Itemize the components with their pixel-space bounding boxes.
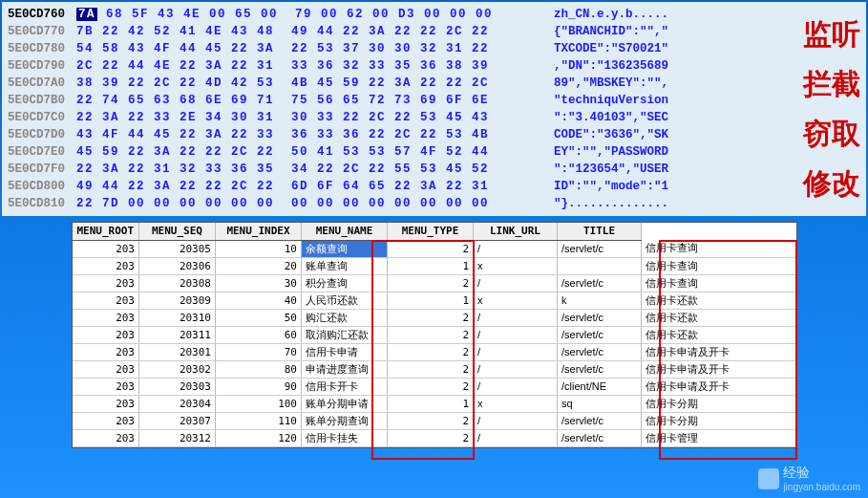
table-cell[interactable]: 203 xyxy=(73,257,139,274)
table-cell[interactable]: 账单分期查询 xyxy=(302,412,388,429)
table-cell[interactable]: 取消购汇还款 xyxy=(302,326,388,343)
table-cell[interactable]: 购汇还款 xyxy=(302,309,388,326)
table-cell[interactable]: 60 xyxy=(216,326,302,343)
table-cell[interactable]: 120 xyxy=(216,429,302,446)
column-header[interactable]: MENU_INDEX xyxy=(216,223,302,240)
table-cell[interactable]: 信用卡挂失 xyxy=(302,429,388,446)
table-row[interactable]: 2032030170信用卡申请2//servlet/c信用卡申请及开卡 xyxy=(73,343,796,360)
table-cell[interactable]: 20308 xyxy=(139,274,216,292)
table-cell[interactable]: 203 xyxy=(73,360,139,378)
table-cell[interactable]: 203 xyxy=(73,326,139,343)
table-cell[interactable]: 70 xyxy=(216,343,302,360)
table-cell[interactable]: 申请进度查询 xyxy=(302,360,388,378)
table-cell[interactable]: 20310 xyxy=(139,309,216,326)
table-cell[interactable]: / xyxy=(474,240,558,257)
table-cell[interactable]: 信用卡还款 xyxy=(642,309,796,326)
table-cell[interactable]: x xyxy=(474,257,558,274)
table-cell[interactable]: /servlet/c xyxy=(558,326,642,343)
table-cell[interactable]: 20 xyxy=(216,257,302,274)
table-cell[interactable]: 2 xyxy=(388,309,474,326)
table-cell[interactable]: /servlet/c xyxy=(558,360,642,378)
table-cell[interactable]: 1 xyxy=(388,395,474,412)
table-cell[interactable]: /servlet/c xyxy=(558,343,642,360)
table-cell[interactable]: 20301 xyxy=(139,343,216,360)
table-cell[interactable]: 203 xyxy=(73,429,139,446)
table-row[interactable]: 2032031050购汇还款2//servlet/c信用卡还款 xyxy=(73,309,796,326)
column-header[interactable]: MENU_ROOT xyxy=(73,223,139,240)
table-row[interactable]: 20320304100账单分期申请1xsq信用卡分期 xyxy=(73,395,796,412)
table-cell[interactable]: /servlet/c xyxy=(558,412,642,429)
table-cell[interactable]: 积分查询 xyxy=(302,274,388,292)
table-cell[interactable]: 账单查询 xyxy=(302,257,388,274)
table-cell[interactable]: 20306 xyxy=(139,257,216,274)
table-cell[interactable]: 人民币还款 xyxy=(302,292,388,309)
table-cell[interactable]: 账单分期申请 xyxy=(302,395,388,412)
table-cell[interactable]: 50 xyxy=(216,309,302,326)
table-cell[interactable]: 2 xyxy=(388,274,474,292)
table-cell[interactable]: 余额查询 xyxy=(302,240,388,257)
table-row[interactable]: 20320307110账单分期查询2//servlet/c信用卡分期 xyxy=(73,412,796,429)
table-cell[interactable]: 80 xyxy=(216,360,302,378)
table-cell[interactable]: k xyxy=(558,292,642,309)
table-cell[interactable]: 203 xyxy=(73,343,139,360)
table-row[interactable]: 2032030830积分查询2//servlet/c信用卡查询 xyxy=(73,274,796,292)
table-cell[interactable]: 1 xyxy=(388,292,474,309)
table-row[interactable]: 2032030280申请进度查询2//servlet/c信用卡申请及开卡 xyxy=(73,360,796,378)
table-cell[interactable]: 信用卡分期 xyxy=(642,412,796,429)
table-cell[interactable]: 信用卡还款 xyxy=(642,326,796,343)
table-cell[interactable]: / xyxy=(474,378,558,395)
table-cell[interactable]: 信用卡查询 xyxy=(642,274,796,292)
column-header[interactable]: TITLE xyxy=(558,223,642,240)
table-cell[interactable]: 2 xyxy=(388,378,474,395)
table-cell[interactable]: 2 xyxy=(388,360,474,378)
table-row[interactable]: 2032030510余额查询2//servlet/c信用卡查询 xyxy=(73,240,796,257)
table-cell[interactable]: / xyxy=(474,429,558,446)
table-cell[interactable]: 2 xyxy=(388,326,474,343)
table-cell[interactable]: 信用卡查询 xyxy=(642,257,796,274)
table-cell[interactable]: 203 xyxy=(73,309,139,326)
table-cell[interactable]: /client/NE xyxy=(558,378,642,395)
table-row[interactable]: 2032031160取消购汇还款2//servlet/c信用卡还款 xyxy=(73,326,796,343)
table-cell[interactable]: 2 xyxy=(388,429,474,446)
table-row[interactable]: 2032030940人民币还款1xk信用卡还款 xyxy=(73,292,796,309)
table-cell[interactable]: 20309 xyxy=(139,292,216,309)
column-header[interactable]: LINK_URL xyxy=(474,223,558,240)
column-header[interactable]: MENU_TYPE xyxy=(388,223,474,240)
table-cell[interactable]: 信用卡查询 xyxy=(642,240,796,257)
table-cell[interactable]: /servlet/c xyxy=(558,274,642,292)
table-cell[interactable]: / xyxy=(474,360,558,378)
table-cell[interactable]: 信用卡申请及开卡 xyxy=(642,378,796,395)
table-cell[interactable]: 203 xyxy=(73,378,139,395)
table-cell[interactable]: 90 xyxy=(216,378,302,395)
table-cell[interactable] xyxy=(558,257,642,274)
table-cell[interactable]: 100 xyxy=(216,395,302,412)
table-cell[interactable]: 203 xyxy=(73,395,139,412)
table-cell[interactable]: 203 xyxy=(73,274,139,292)
table-cell[interactable]: / xyxy=(474,412,558,429)
table-cell[interactable]: 30 xyxy=(216,274,302,292)
table-cell[interactable]: /servlet/c xyxy=(558,429,642,446)
table-row[interactable]: 2032030620账单查询1x信用卡查询 xyxy=(73,257,796,274)
table-cell[interactable]: /servlet/c xyxy=(558,309,642,326)
table-cell[interactable]: 203 xyxy=(73,412,139,429)
table-row[interactable]: 20320312120信用卡挂失2//servlet/c信用卡管理 xyxy=(73,429,796,446)
table-cell[interactable]: 203 xyxy=(73,240,139,257)
table-cell[interactable]: 20303 xyxy=(139,378,216,395)
table-cell[interactable]: 2 xyxy=(388,240,474,257)
column-header[interactable]: MENU_NAME xyxy=(302,223,388,240)
table-cell[interactable]: 20312 xyxy=(139,429,216,446)
table-cell[interactable]: 10 xyxy=(216,240,302,257)
table-cell[interactable]: 信用卡还款 xyxy=(642,292,796,309)
table-cell[interactable]: 203 xyxy=(73,292,139,309)
table-cell[interactable]: 信用卡申请 xyxy=(302,343,388,360)
table-cell[interactable]: 110 xyxy=(216,412,302,429)
table-cell[interactable]: / xyxy=(474,326,558,343)
table-cell[interactable]: 2 xyxy=(388,343,474,360)
table-cell[interactable]: 信用卡申请及开卡 xyxy=(642,343,796,360)
table-cell[interactable]: 20305 xyxy=(139,240,216,257)
table-cell[interactable]: x xyxy=(474,292,558,309)
table-cell[interactable]: / xyxy=(474,309,558,326)
table-cell[interactable]: / xyxy=(474,274,558,292)
table-cell[interactable]: 1 xyxy=(388,257,474,274)
table-cell[interactable]: /servlet/c xyxy=(558,240,642,257)
